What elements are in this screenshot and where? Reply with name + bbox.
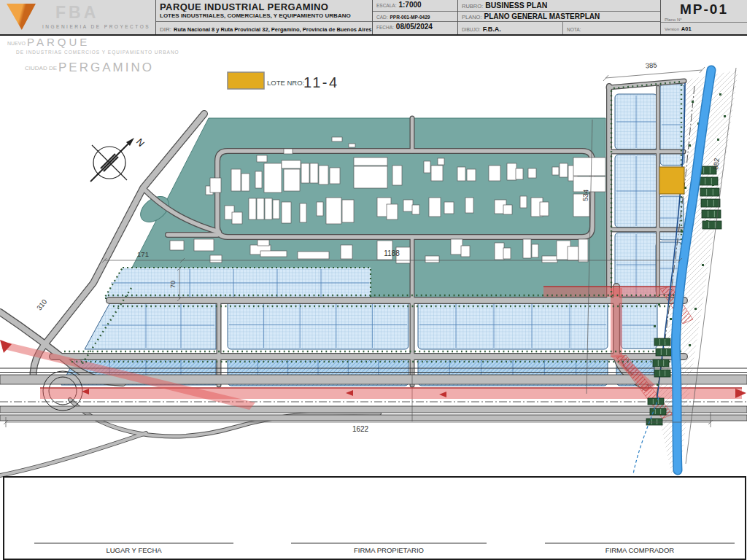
drawing-sheet: 385 534 882 171 1188 70 310 1622 N LOTE …: [0, 0, 747, 560]
cad-label: CAD:: [376, 15, 388, 20]
lot-11-4: [659, 167, 684, 194]
dim-bottom-width: 1622: [352, 425, 369, 433]
signature-box: LUGAR Y FECHA FIRMA PROPIETARIO FIRMA CO…: [3, 476, 746, 560]
dir-label: DIR:: [160, 26, 171, 33]
dim-upper-left-width: 171: [137, 250, 149, 258]
watermark-prefix-3: CIUDAD DE: [25, 65, 57, 71]
dim-mid-width: 1188: [384, 249, 400, 257]
escala-value: 1:7000: [398, 1, 421, 9]
fecha-value: 08/05/2024: [396, 23, 433, 31]
north-label: N: [134, 136, 147, 149]
logo-cell: FBA INGENIERIA DE PROYECTOS: [0, 0, 155, 34]
rubro-cell: RUBRO:BUSINESS PLAN PLANO:PLANO GENERAL …: [457, 0, 660, 34]
project-cell: PARQUE INDUSTRIAL PERGAMINO LOTES INDUST…: [155, 0, 372, 34]
highlighted-main-road: [40, 388, 742, 399]
signature-owner: FIRMA PROPIETARIO: [291, 542, 487, 554]
legend-lot-number: 11-4: [303, 74, 339, 90]
signature-line: [34, 542, 233, 544]
dim-left-road: 310: [35, 298, 48, 311]
version-value: A01: [681, 26, 692, 32]
escala-label: ESCALA:: [376, 3, 396, 8]
project-subtitle: LOTES INDUSTRIALES, COMERCIALES, Y EQUIP…: [156, 12, 372, 21]
dim-river-length: 882: [711, 158, 721, 170]
watermark: NUEVO PARQUE DE INDUSTRIAS COMERCIOS Y E…: [7, 36, 179, 74]
watermark-parque: PARQUE: [27, 36, 90, 48]
legend-swatch: [228, 72, 264, 89]
dim-upper-left-height: 70: [169, 281, 177, 289]
signature-line: [545, 542, 735, 544]
legend: LOTE NRO: 11-4: [228, 72, 339, 90]
company-tagline: INGENIERIA DE PROYECTOS: [42, 24, 150, 29]
version-label: Version: [665, 27, 679, 31]
signature-label-place-date: LUGAR Y FECHA: [34, 546, 233, 554]
sheet-cell: MP-01 Plano N° Version A01: [660, 0, 747, 34]
fecha-label: FECHA:: [376, 25, 394, 30]
dim-top-width: 385: [645, 61, 657, 69]
dibujo-label: DIBUJO:: [462, 27, 481, 32]
scale-cell: ESCALA:1:7000 CAD:PPR-001-MP-0429 FECHA:…: [372, 0, 457, 34]
watermark-line2: DE INDUSTRIAS COMERCIOS Y EQUIPAMIENTO U…: [16, 50, 179, 55]
sheet-no-label: Plano N°: [661, 18, 747, 23]
signature-buyer: FIRMA COMPRADOR: [545, 542, 735, 554]
watermark-pergamino: PERGAMINO: [58, 61, 154, 74]
signature-label-owner: FIRMA PROPIETARIO: [291, 546, 487, 554]
sheet-code: MP-01: [661, 0, 747, 18]
plano-label: PLANO:: [462, 14, 482, 20]
highlighted-lot-group: [659, 167, 684, 194]
north-arrow: N: [90, 136, 147, 182]
cad-value: PPR-001-MP-0429: [390, 15, 430, 20]
company-watermark: FBA: [55, 3, 98, 23]
plano-value: PLANO GENERAL MASTERPLAN: [484, 12, 600, 20]
signature-label-buyer: FIRMA COMPRADOR: [545, 546, 735, 554]
watermark-prefix-1: NUEVO: [7, 41, 26, 46]
dim-col-height: 534: [581, 190, 590, 201]
dibujo-value: F.B.A.: [483, 26, 501, 33]
dir-value: Ruta Nacional 8 y Ruta Provincial 32, Pe…: [174, 26, 371, 33]
signature-line: [291, 542, 487, 544]
rubro-label: RUBRO:: [462, 3, 483, 9]
title-block: FBA INGENIERIA DE PROYECTOS PARQUE INDUS…: [0, 0, 747, 36]
legend-label: LOTE NRO:: [267, 79, 304, 87]
nota-label: NOTA:: [567, 27, 581, 32]
project-title: PARQUE INDUSTRIAL PERGAMINO: [156, 0, 372, 12]
signature-place-date: LUGAR Y FECHA: [34, 542, 233, 554]
rubro-value: BUSINESS PLAN: [485, 1, 547, 9]
company-logo-icon: [7, 4, 36, 30]
